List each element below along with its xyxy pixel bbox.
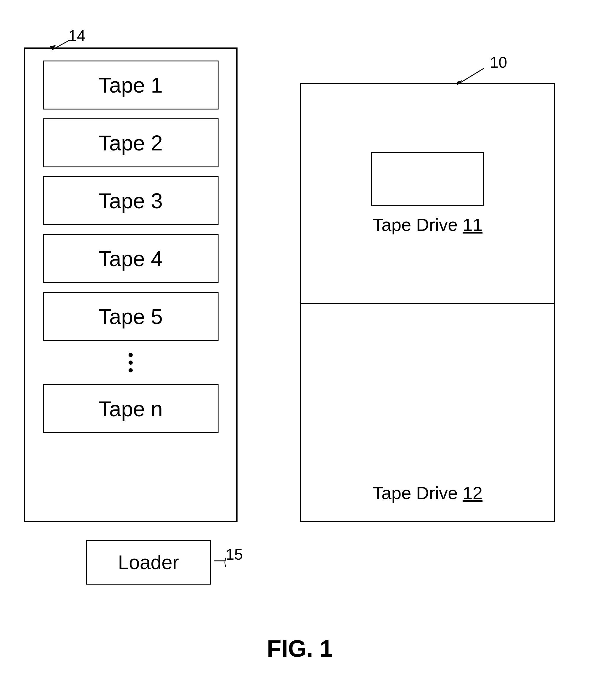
tape-slot-4: Tape 4 [43,234,218,283]
fig-label: FIG. 1 [18,635,582,662]
tape-n-label: Tape n [98,397,163,421]
tape-drive-unit: Tape Drive 11 Tape Drive 12 [300,83,555,522]
tape-slot-n: Tape n [43,384,218,433]
diagram: 14 Tape 1 Tape 2 Tape 3 Tape 4 Tape 5 Ta… [18,24,582,677]
dots [129,353,133,372]
tape-slot-1: Tape 1 [43,61,218,110]
tape-drive-2-label: Tape Drive 12 [373,483,483,503]
tape-3-label: Tape 3 [98,189,163,213]
svg-line-2 [457,68,484,85]
tape-1-label: Tape 1 [98,73,163,97]
loader-box: Loader [86,540,211,584]
loader-label: Loader [118,551,179,574]
tape-library: Tape 1 Tape 2 Tape 3 Tape 4 Tape 5 Tape … [24,47,237,522]
tape-slot-2: Tape 2 [43,118,218,167]
tape-drive-slot-1 [371,152,484,206]
tape-drive-1-label: Tape Drive 11 [373,215,483,235]
label-15: 15 [226,546,243,563]
tape-slot-5: Tape 5 [43,292,218,341]
tape-5-label: Tape 5 [98,305,163,329]
label-14: 14 [68,27,86,45]
tape-slot-3: Tape 3 [43,176,218,225]
tape-drive-top: Tape Drive 11 [301,84,554,304]
dot-2 [129,361,133,365]
dot-1 [129,353,133,357]
tape-drive-bottom: Tape Drive 12 [301,301,554,521]
tape-2-label: Tape 2 [98,131,163,155]
tape-4-label: Tape 4 [98,247,163,271]
dot-3 [129,368,133,372]
label-10: 10 [490,53,507,71]
